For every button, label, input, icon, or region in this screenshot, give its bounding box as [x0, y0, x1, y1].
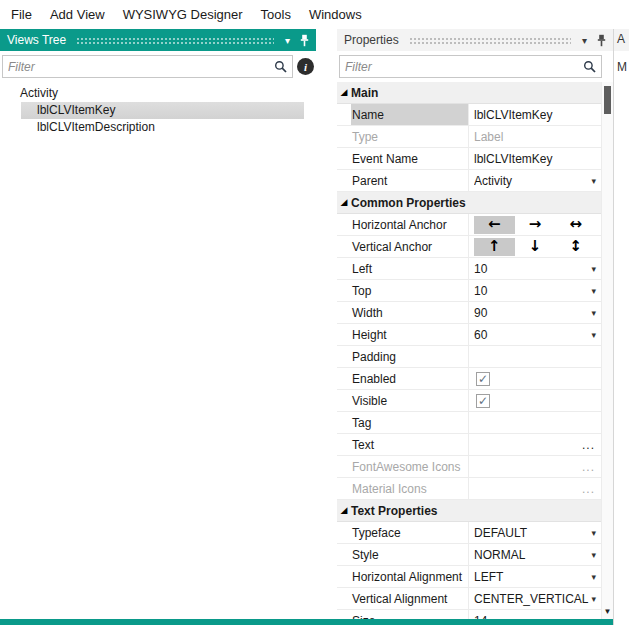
property-label-text[interactable]: Text — [351, 434, 469, 455]
property-label-type[interactable]: Type — [351, 126, 469, 147]
anchor-bottom-icon[interactable]: ↓ — [515, 238, 556, 256]
property-value-enabled[interactable]: ✓ — [469, 368, 601, 389]
drag-grip[interactable] — [76, 37, 274, 46]
category-gutter: ◢ — [337, 192, 351, 213]
property-value-name[interactable]: lblCLVItemKey — [469, 104, 601, 125]
property-value-event-name[interactable]: lblCLVItemKey — [469, 148, 601, 169]
properties-filter-input[interactable] — [340, 60, 583, 74]
dropdown-arrow-icon[interactable]: ▾ — [589, 330, 598, 340]
property-label-tag[interactable]: Tag — [351, 412, 469, 433]
anchor-left-icon[interactable]: ← — [474, 216, 515, 234]
menu-item-wysiwyg-designer[interactable]: WYSIWYG Designer — [114, 2, 252, 27]
menu-item-file[interactable]: File — [2, 2, 41, 27]
property-row-parent: ParentActivity▾ — [337, 170, 601, 192]
dropdown-arrow-icon[interactable]: ▾ — [589, 572, 598, 582]
property-label-vertical-alignment[interactable]: Vertical Alignment — [351, 588, 469, 609]
category-common-properties[interactable]: ◢Common Properties — [337, 192, 601, 214]
property-value-style[interactable]: NORMAL▾ — [469, 544, 601, 565]
anchor-both-horizontal-icon[interactable]: ↔ — [555, 216, 596, 234]
dropdown-arrow-icon[interactable]: ▾ — [589, 286, 598, 296]
property-label-horizontal-alignment[interactable]: Horizontal Alignment — [351, 566, 469, 587]
properties-scrollbar[interactable]: ▼ — [601, 82, 613, 625]
checkbox-enabled[interactable]: ✓ — [476, 372, 490, 386]
tree-item-lblclvitemkey[interactable]: lblCLVItemKey — [0, 102, 316, 119]
scrollbar-thumb[interactable] — [604, 86, 611, 114]
property-label-style[interactable]: Style — [351, 544, 469, 565]
collapse-triangle-icon[interactable]: ◢ — [341, 198, 348, 207]
scrollbar-down-icon[interactable]: ▼ — [602, 607, 613, 616]
property-value-top[interactable]: 10▾ — [469, 280, 601, 301]
pin-icon[interactable] — [296, 34, 313, 47]
collapse-triangle-icon[interactable]: ◢ — [341, 506, 348, 515]
category-main[interactable]: ◢Main — [337, 82, 601, 104]
property-label-height[interactable]: Height — [351, 324, 469, 345]
tree-item-activity[interactable]: Activity — [0, 85, 316, 102]
menu-item-windows[interactable]: Windows — [300, 2, 371, 27]
category-text-properties[interactable]: ◢Text Properties — [337, 500, 601, 522]
drag-grip[interactable] — [409, 37, 571, 46]
row-gutter — [337, 478, 351, 499]
property-value-parent[interactable]: Activity▾ — [469, 170, 601, 191]
pin-icon-glyph — [596, 34, 607, 47]
views-tree-filter-input[interactable] — [3, 60, 274, 74]
property-value-width[interactable]: 90▾ — [469, 302, 601, 323]
pin-icon[interactable] — [593, 34, 610, 47]
dropdown-arrow-icon[interactable]: ▾ — [589, 550, 598, 560]
property-value-left[interactable]: 10▾ — [469, 258, 601, 279]
property-label-left[interactable]: Left — [351, 258, 469, 279]
ellipsis-button[interactable]: ... — [582, 460, 598, 474]
clipped-panel-title: A — [617, 32, 625, 46]
dropdown-arrow-icon[interactable]: ▾ — [589, 264, 598, 274]
property-row-enabled: Enabled✓ — [337, 368, 601, 390]
property-value-fontawesome-icons[interactable]: ... — [469, 456, 601, 477]
property-label-event-name[interactable]: Event Name — [351, 148, 469, 169]
info-icon[interactable]: i — [297, 58, 314, 75]
property-value-padding[interactable] — [469, 346, 601, 367]
value-text: 60 — [474, 328, 589, 342]
menu-item-add-view[interactable]: Add View — [41, 2, 114, 27]
panel-menu-chevron-icon[interactable]: ▾ — [283, 35, 296, 46]
property-row-event-name: Event NamelblCLVItemKey — [337, 148, 601, 170]
dropdown-arrow-icon[interactable]: ▾ — [589, 528, 598, 538]
row-gutter — [337, 214, 351, 235]
dropdown-arrow-icon[interactable]: ▾ — [589, 308, 598, 318]
property-label-vertical-anchor[interactable]: Vertical Anchor — [351, 236, 469, 257]
property-label-top[interactable]: Top — [351, 280, 469, 301]
property-label-horizontal-anchor[interactable]: Horizontal Anchor — [351, 214, 469, 235]
property-value-material-icons[interactable]: ... — [469, 478, 601, 499]
property-value-horizontal-alignment[interactable]: LEFT▾ — [469, 566, 601, 587]
anchor-right-icon[interactable]: → — [515, 216, 556, 234]
tree-item-lblclvitemdescription[interactable]: lblCLVItemDescription — [0, 119, 316, 136]
collapse-triangle-icon[interactable]: ◢ — [341, 88, 348, 97]
menu-item-tools[interactable]: Tools — [252, 2, 300, 27]
property-label-typeface[interactable]: Typeface — [351, 522, 469, 543]
anchor-top-icon[interactable]: ↑ — [474, 238, 515, 256]
property-value-height[interactable]: 60▾ — [469, 324, 601, 345]
property-value-typeface[interactable]: DEFAULT▾ — [469, 522, 601, 543]
dropdown-arrow-icon[interactable]: ▾ — [589, 176, 598, 186]
ellipsis-button[interactable]: ... — [582, 482, 598, 496]
property-value-type[interactable]: Label — [469, 126, 601, 147]
property-label-enabled[interactable]: Enabled — [351, 368, 469, 389]
property-value-tag[interactable] — [469, 412, 601, 433]
value-text: Label — [474, 130, 598, 144]
category-gutter: ◢ — [337, 500, 351, 521]
panel-splitter[interactable] — [316, 29, 337, 625]
property-label-visible[interactable]: Visible — [351, 390, 469, 411]
property-value-text[interactable]: ... — [469, 434, 601, 455]
property-label-padding[interactable]: Padding — [351, 346, 469, 367]
dropdown-arrow-icon[interactable]: ▾ — [589, 594, 598, 604]
anchor-both-vertical-icon[interactable]: ↕ — [555, 238, 596, 256]
property-value-vertical-alignment[interactable]: CENTER_VERTICAL▾ — [469, 588, 601, 609]
property-label-width[interactable]: Width — [351, 302, 469, 323]
ellipsis-button[interactable]: ... — [582, 438, 598, 452]
panel-menu-chevron-icon[interactable]: ▾ — [580, 35, 593, 46]
property-value-visible[interactable]: ✓ — [469, 390, 601, 411]
views-tree-title: Views Tree — [7, 33, 66, 47]
property-label-fontawesome-icons[interactable]: FontAwesome Icons — [351, 456, 469, 477]
property-label-material-icons[interactable]: Material Icons — [351, 478, 469, 499]
property-row-vertical-anchor: Vertical Anchor↑↓↕ — [337, 236, 601, 258]
property-label-parent[interactable]: Parent — [351, 170, 469, 191]
property-label-name[interactable]: Name — [351, 104, 469, 125]
checkbox-visible[interactable]: ✓ — [476, 394, 490, 408]
